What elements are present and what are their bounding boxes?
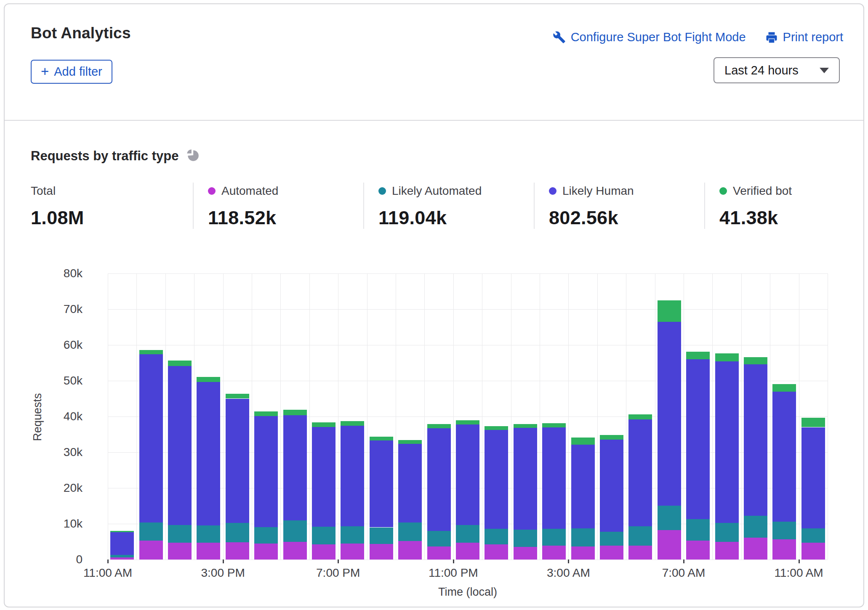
bar-segment-likely-automated[interactable] [456,525,479,543]
bar-segment-likely-human[interactable] [197,382,220,525]
bar-segment-automated[interactable] [658,530,681,560]
bar-segment-likely-human[interactable] [542,427,566,529]
bar-segment-likely-automated[interactable] [715,523,739,542]
bar-segment-likely-automated[interactable] [542,529,566,546]
bar-segment-verified-bot[interactable] [168,361,192,366]
bar-segment-verified-bot[interactable] [341,421,364,426]
bar-segment-automated[interactable] [600,546,623,560]
bar-segment-verified-bot[interactable] [254,411,278,416]
bar-segment-likely-human[interactable] [658,322,681,506]
bar-segment-likely-automated[interactable] [398,522,422,541]
bar-segment-likely-human[interactable] [283,415,307,521]
bar-segment-likely-automated[interactable] [110,555,134,557]
bar-segment-verified-bot[interactable] [514,424,537,428]
bar-segment-likely-human[interactable] [514,428,537,530]
bar-segment-verified-bot[interactable] [600,435,623,440]
bar-segment-likely-human[interactable] [571,445,595,528]
configure-super-bot-fight-mode-link[interactable]: Configure Super Bot Fight Mode [553,30,746,44]
bar-segment-automated[interactable] [226,542,249,560]
bar-segment-likely-human[interactable] [801,427,825,529]
bar-segment-automated[interactable] [197,543,220,560]
bar-segment-likely-automated[interactable] [312,527,335,545]
bar-segment-automated[interactable] [398,541,422,560]
print-report-link[interactable]: Print report [765,30,843,44]
bar-segment-likely-automated[interactable] [341,526,364,544]
bar-segment-verified-bot[interactable] [686,352,710,359]
bar-segment-likely-automated[interactable] [686,519,710,541]
bar-segment-likely-automated[interactable] [600,532,623,546]
bar-segment-likely-human[interactable] [456,424,479,525]
bar-segment-verified-bot[interactable] [658,300,681,322]
bar-segment-likely-human[interactable] [168,366,192,525]
bar-segment-automated[interactable] [686,541,710,560]
bar-segment-likely-human[interactable] [628,419,652,526]
bar-segment-verified-bot[interactable] [772,384,796,392]
bar-segment-automated[interactable] [772,539,796,560]
bar-segment-automated[interactable] [168,543,192,560]
bar-segment-likely-automated[interactable] [283,520,307,542]
bar-segment-likely-automated[interactable] [744,516,767,538]
bar-segment-automated[interactable] [370,544,393,560]
bar-segment-verified-bot[interactable] [283,410,307,415]
bar-segment-likely-automated[interactable] [514,530,537,547]
bar-segment-automated[interactable] [456,543,479,560]
bar-segment-verified-bot[interactable] [744,357,767,364]
bar-segment-likely-automated[interactable] [370,528,393,544]
bar-segment-likely-automated[interactable] [197,525,220,543]
bar-segment-likely-human[interactable] [772,392,796,522]
bar-segment-likely-human[interactable] [341,426,364,526]
bar-segment-automated[interactable] [427,546,451,560]
bar-segment-likely-human[interactable] [370,440,393,528]
bar-segment-likely-human[interactable] [110,532,134,555]
bar-segment-likely-automated[interactable] [772,522,796,540]
bar-segment-automated[interactable] [110,557,134,560]
bar-segment-verified-bot[interactable] [427,424,451,428]
bar-segment-likely-human[interactable] [715,361,739,523]
bar-segment-automated[interactable] [744,538,767,560]
add-filter-button[interactable]: + Add filter [31,60,112,84]
bar-segment-verified-bot[interactable] [398,440,422,444]
bar-segment-likely-human[interactable] [485,430,508,529]
bar-segment-verified-bot[interactable] [801,418,825,427]
bar-segment-automated[interactable] [514,547,537,560]
bar-segment-verified-bot[interactable] [715,353,739,361]
bar-segment-automated[interactable] [628,546,652,560]
bar-segment-likely-automated[interactable] [226,523,249,542]
bar-segment-likely-human[interactable] [427,428,451,531]
bar-segment-likely-automated[interactable] [658,506,681,530]
bar-segment-verified-bot[interactable] [226,394,249,399]
bar-segment-automated[interactable] [254,544,278,560]
bar-segment-verified-bot[interactable] [370,437,393,440]
bar-segment-verified-bot[interactable] [628,414,652,419]
bar-segment-likely-automated[interactable] [571,528,595,546]
bar-segment-verified-bot[interactable] [139,350,163,354]
bar-segment-likely-human[interactable] [312,427,335,527]
bar-segment-verified-bot[interactable] [485,426,508,430]
bar-segment-verified-bot[interactable] [197,377,220,382]
bar-segment-automated[interactable] [542,546,566,560]
bar-segment-likely-human[interactable] [139,354,163,522]
bar-segment-automated[interactable] [283,542,307,560]
bar-segment-likely-human[interactable] [744,364,767,516]
bar-segment-likely-automated[interactable] [485,529,508,544]
bar-segment-verified-bot[interactable] [456,420,479,424]
bar-segment-likely-human[interactable] [398,444,422,522]
bar-segment-automated[interactable] [485,544,508,560]
bar-segment-verified-bot[interactable] [110,531,134,532]
bar-segment-likely-automated[interactable] [427,531,451,546]
bar-segment-likely-human[interactable] [226,399,249,523]
bar-segment-automated[interactable] [341,544,364,560]
bar-segment-automated[interactable] [715,542,739,560]
bar-segment-likely-automated[interactable] [801,528,825,543]
bar-segment-likely-human[interactable] [600,440,623,531]
bar-segment-likely-automated[interactable] [139,522,163,541]
bar-segment-verified-bot[interactable] [312,422,335,427]
bar-segment-automated[interactable] [571,546,595,560]
bar-segment-likely-automated[interactable] [168,525,192,543]
bar-segment-likely-automated[interactable] [628,526,652,546]
bar-segment-likely-human[interactable] [254,416,278,527]
bar-segment-automated[interactable] [801,543,825,560]
bar-segment-likely-automated[interactable] [254,527,278,544]
bar-segment-verified-bot[interactable] [571,438,595,445]
bar-segment-verified-bot[interactable] [542,423,566,427]
